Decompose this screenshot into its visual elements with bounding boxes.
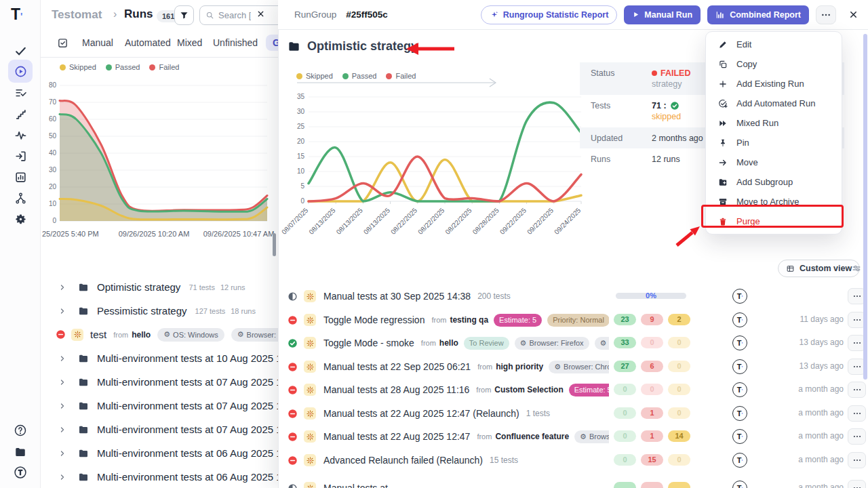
menu-item-copy[interactable]: Copy	[706, 54, 842, 74]
tree-item[interactable]: testfromhello⚙OS: Windows⚙Browser: Chrom…	[41, 323, 278, 346]
run-title[interactable]: Manual tests at 22 Aug 2025 12:47	[323, 431, 470, 442]
run-row[interactable]: Manual tests at 22 Aug 2025 12:47fromCon…	[288, 425, 865, 448]
run-meta: 15 tests	[490, 455, 518, 465]
tree-item[interactable]: Pessimistic strategy127 tests18 runs	[41, 299, 278, 323]
run-title[interactable]: Manual tests at 22 Aug 2025 12:47 (Relau…	[323, 408, 519, 419]
sidebar-item-gear[interactable]	[8, 207, 33, 230]
group-name: Multi-environment tests at 06 Aug 2025 1…	[97, 471, 278, 483]
chevron-right-icon[interactable]	[58, 473, 66, 481]
pencil-icon	[718, 40, 728, 49]
menu-item-edit[interactable]: Edit	[706, 35, 842, 54]
tree-item[interactable]: Multi-environment tests at 10 Aug 2025 1…	[41, 346, 278, 370]
checkcircle-icon	[288, 338, 298, 348]
run-row[interactable]: Advanced Relaunch failed (Relaunch)15 te…	[288, 449, 865, 472]
tree-item[interactable]: Multi-environment tests at 07 Aug 2025 1…	[41, 394, 278, 418]
run-title[interactable]: Manual tests at …	[323, 483, 400, 488]
menu-item-pin[interactable]: Pin	[706, 133, 842, 152]
spark-icon	[306, 339, 315, 348]
chevron-right-icon[interactable]	[58, 354, 66, 363]
left-panel-scrollbar[interactable]	[273, 233, 276, 256]
tab-automated[interactable]: Automated	[125, 37, 171, 48]
run-title[interactable]: Toggle Mode regression	[323, 314, 425, 325]
chevron-right-icon[interactable]	[58, 283, 66, 291]
custom-view-button[interactable]: Custom view	[778, 260, 860, 277]
minus-icon	[288, 432, 298, 442]
manual-run-button[interactable]: Manual Run	[624, 5, 701, 24]
run-row[interactable]: Manual tests at 22 Sep 2025 06:21fromhig…	[288, 355, 865, 378]
row-actions-button[interactable]	[848, 428, 866, 445]
sidebar-footer-tlogo[interactable]	[8, 461, 33, 484]
tab-manual[interactable]: Manual	[82, 37, 113, 48]
combined-report-button[interactable]: Combined Report	[707, 5, 809, 24]
chevron-icon	[58, 426, 66, 434]
run-row[interactable]: Toggle Mode regressionfromtesting qaEsti…	[288, 308, 865, 331]
ellipsis-icon	[852, 409, 862, 418]
chevron-right-icon[interactable]	[58, 378, 66, 386]
chevron-right-icon[interactable]	[58, 426, 66, 434]
sparkle-icon	[490, 10, 499, 20]
question-icon	[14, 424, 27, 437]
menu-item-mixed-run[interactable]: Mixed Run	[706, 113, 842, 133]
ellipsis-icon	[852, 362, 862, 371]
menu-item-add-automated-run[interactable]: Add Automated Run	[706, 94, 842, 113]
chevron-right-icon[interactable]	[58, 307, 66, 315]
chevron-right-icon[interactable]	[58, 449, 66, 458]
sidebar-footer-question[interactable]	[8, 419, 33, 442]
legend-item-skipped[interactable]: Skipped	[60, 63, 96, 71]
manual-run-icon	[304, 482, 316, 488]
avatar: T'	[732, 453, 747, 468]
tree-item[interactable]: Multi-environment tests at 06 Aug 2025 1…	[41, 441, 278, 465]
sidebar-item-panelchart[interactable]	[8, 165, 33, 188]
sidebar-item-importicon[interactable]	[8, 144, 33, 167]
legend-item-passed[interactable]: Passed	[106, 63, 140, 71]
sidebar-footer-folder[interactable]	[8, 441, 33, 464]
search-clear-icon[interactable]	[256, 9, 265, 18]
sidebar-item-branch[interactable]	[8, 186, 33, 209]
menu-item-move[interactable]: Move	[706, 152, 842, 172]
sidebar-item-stairs[interactable]	[8, 102, 33, 125]
chevron-icon	[58, 473, 66, 481]
rungroup-statistic-report-button[interactable]: Rungroup Statistic Report	[481, 5, 618, 24]
run-title[interactable]: Manual tests at 22 Sep 2025 06:21	[323, 361, 471, 372]
run-title[interactable]: Toggle Mode - smoke	[323, 338, 414, 348]
row-actions-button[interactable]	[848, 405, 866, 422]
chevron-right-icon[interactable]	[58, 402, 66, 410]
tree-item[interactable]: Optimistic strategy71 tests12 runs	[41, 275, 278, 299]
run-name: test	[90, 329, 106, 340]
run-row[interactable]: Manual tests at 30 Sep 2025 14:38200 tes…	[288, 285, 865, 308]
run-row[interactable]: Manual tests at …T'a month ago	[288, 476, 865, 488]
sidebar-item-playcircle[interactable]	[8, 60, 33, 83]
run-title[interactable]: Advanced Relaunch failed (Relaunch)	[323, 455, 483, 466]
tree-item[interactable]: Multi-environment tests at 06 Aug 2025 1…	[41, 465, 278, 488]
tree-item[interactable]: Multi-environment tests at 07 Aug 2025 1…	[41, 370, 278, 394]
modal-scrollbar[interactable]	[863, 34, 867, 380]
filter-button[interactable]	[174, 5, 194, 25]
run-row[interactable]: Manual tests at 22 Aug 2025 12:47 (Relau…	[288, 402, 865, 425]
tab-mixed[interactable]: Mixed	[177, 37, 202, 48]
more-actions-button[interactable]	[816, 5, 836, 24]
run-row[interactable]: Toggle Mode - smokefromhelloTo Review⚙Br…	[288, 331, 865, 354]
branch-icon	[14, 192, 27, 205]
run-title[interactable]: Manual tests at 30 Sep 2025 14:38	[323, 291, 471, 302]
from-label: from	[421, 339, 436, 347]
tree-item[interactable]: Multi-environment tests at 07 Aug 2025 1…	[41, 418, 278, 441]
breadcrumb-app[interactable]: Testomat	[52, 8, 102, 22]
run-title[interactable]: Manual tests at 28 Aug 2025 11:16	[323, 384, 469, 395]
menu-item-add-existing-run[interactable]: Add Existing Run	[706, 74, 842, 94]
row-actions-button[interactable]	[848, 480, 866, 488]
tab-groups[interactable]: Groups	[266, 35, 278, 51]
row-actions-button[interactable]	[848, 452, 866, 468]
menu-item-add-subgroup[interactable]: Add Subgroup	[706, 172, 842, 192]
legend-item-failed[interactable]: Failed	[149, 63, 179, 71]
row-actions-button[interactable]	[848, 382, 866, 398]
run-row[interactable]: Manual tests at 28 Aug 2025 11:16fromCus…	[288, 378, 865, 401]
sidebar-item-pulse[interactable]	[8, 123, 33, 146]
folder-icon	[78, 472, 89, 483]
tab-unfinished[interactable]: Unfinished	[213, 37, 258, 48]
ellipsis-icon	[852, 291, 862, 301]
sliders-icon[interactable]	[851, 263, 862, 274]
app-logo[interactable]: T'	[11, 5, 22, 24]
modal-close-icon[interactable]	[848, 9, 859, 20]
sidebar-item-listcheck[interactable]	[8, 81, 33, 104]
sidebar-item-check[interactable]	[8, 39, 33, 62]
